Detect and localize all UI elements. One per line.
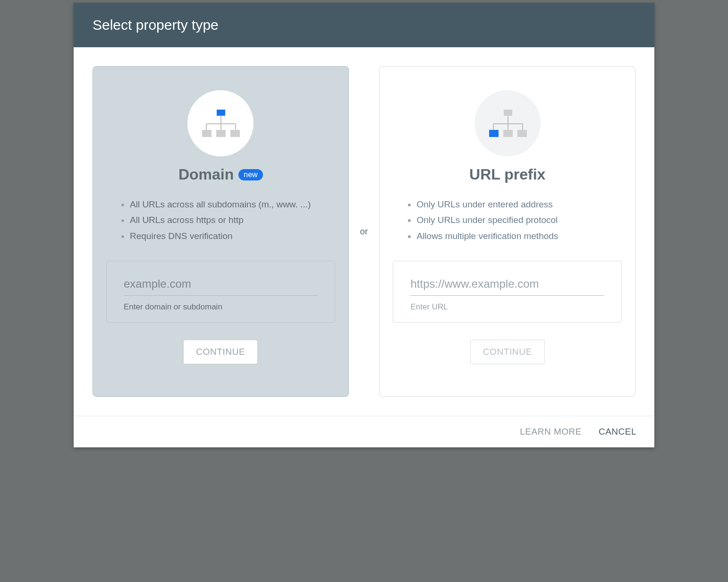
url-prefix-title-row: URL prefix (469, 166, 545, 183)
url-prefix-card[interactable]: URL prefix Only URLs under entered addre… (379, 66, 635, 397)
list-item: Only URLs under entered address (416, 197, 612, 212)
svg-rect-15 (489, 130, 499, 137)
domain-input-helper: Enter domain or subdomain (124, 302, 318, 312)
dialog-title: Select property type (93, 17, 219, 33)
url-prefix-sitemap-icon (474, 90, 541, 156)
domain-title-row: Domain new (178, 166, 263, 183)
dialog-footer: LEARN MORE CANCEL (74, 416, 654, 447)
dialog-body: Domain new All URLs across all subdomain… (74, 47, 654, 416)
dialog-header: Select property type (74, 3, 654, 47)
list-item: All URLs across all subdomains (m., www.… (130, 197, 326, 212)
svg-rect-6 (202, 130, 212, 137)
cancel-button[interactable]: CANCEL (599, 427, 636, 437)
url-prefix-input-box: Enter URL (393, 261, 622, 323)
or-separator: or (358, 226, 370, 237)
url-prefix-title: URL prefix (469, 166, 545, 183)
list-item: Allows multiple verification methods (416, 228, 612, 244)
learn-more-button[interactable]: LEARN MORE (520, 427, 582, 437)
url-prefix-input[interactable] (410, 274, 604, 296)
svg-rect-9 (504, 110, 512, 116)
url-prefix-features: Only URLs under entered address Only URL… (393, 197, 622, 244)
svg-rect-8 (230, 130, 240, 137)
svg-rect-16 (503, 130, 513, 137)
domain-continue-button[interactable]: CONTINUE (183, 340, 258, 364)
property-type-dialog: Select property type Domain (74, 3, 654, 447)
domain-title: Domain (178, 166, 234, 183)
list-item: All URLs across https or http (130, 212, 326, 228)
svg-rect-17 (517, 130, 527, 137)
svg-rect-7 (216, 130, 226, 137)
list-item: Only URLs under specified protocol (416, 212, 612, 228)
new-badge: new (238, 169, 262, 180)
domain-input[interactable] (124, 274, 318, 296)
domain-input-box: Enter domain or subdomain (106, 261, 335, 323)
list-item: Requires DNS verification (130, 228, 326, 244)
url-prefix-continue-button[interactable]: CONTINUE (470, 340, 545, 364)
domain-sitemap-icon (187, 90, 254, 156)
domain-features: All URLs across all subdomains (m., www.… (106, 197, 335, 244)
url-prefix-input-helper: Enter URL (410, 302, 604, 312)
domain-card[interactable]: Domain new All URLs across all subdomain… (93, 66, 349, 397)
svg-rect-0 (217, 110, 225, 116)
